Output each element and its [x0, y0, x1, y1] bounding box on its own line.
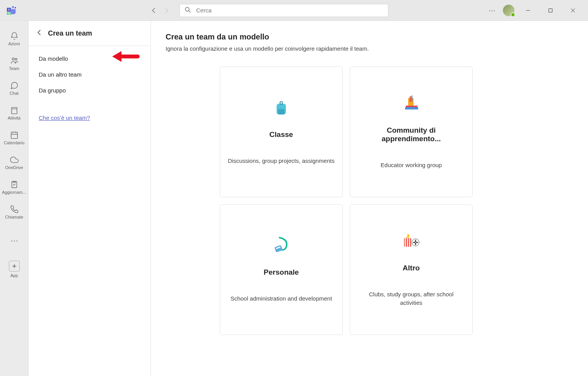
menu-item-da-gruppo[interactable]: Da gruppo	[29, 82, 150, 98]
calendar-icon	[10, 130, 19, 140]
template-card-community[interactable]: Community di apprendimento... Educator w…	[350, 67, 473, 197]
template-title: Community di apprendimento...	[358, 126, 465, 143]
rail-label: Chat	[10, 91, 19, 96]
svg-text:T: T	[8, 8, 10, 11]
chat-icon	[10, 81, 19, 90]
svg-rect-29	[411, 96, 412, 102]
template-card-classe[interactable]: Classe Discussions, group projects, assi…	[220, 67, 343, 197]
svg-rect-35	[409, 238, 410, 246]
search-icon	[185, 7, 191, 14]
svg-rect-34	[407, 238, 408, 246]
main-container: Azioni Team Chat Attività Calendario	[0, 21, 588, 376]
svg-rect-30	[274, 245, 283, 252]
rail-label: Azioni	[9, 41, 20, 46]
svg-rect-9	[549, 9, 552, 12]
template-description: Educator working group	[381, 161, 442, 170]
content-title: Crea un team da un modello	[166, 32, 573, 41]
nav-forward-button[interactable]	[160, 4, 173, 17]
create-team-panel: Crea un team Da modello Da un altro team…	[29, 21, 151, 376]
template-description: School administration and development	[231, 294, 332, 303]
rail-label: Team	[9, 66, 19, 71]
menu-item-da-modello[interactable]: Da modello	[29, 51, 150, 67]
user-avatar[interactable]	[503, 5, 514, 16]
rail-item-chiamate[interactable]: Chiamate	[0, 201, 29, 223]
team-icon	[10, 56, 19, 65]
svg-point-3	[15, 7, 16, 9]
minimize-button[interactable]	[519, 4, 537, 17]
template-title: Altro	[403, 264, 420, 272]
svg-rect-22	[278, 109, 284, 115]
template-title: Classe	[269, 130, 293, 139]
content-subtitle: Ignora la configurazione e usa un modell…	[166, 45, 573, 52]
template-description: Clubs, study groups, after school activi…	[358, 290, 465, 308]
svg-point-13	[15, 58, 17, 60]
app-rail: Azioni Team Chat Attività Calendario	[0, 21, 29, 376]
maximize-button[interactable]	[542, 4, 559, 17]
panel-header: Crea un team	[29, 21, 150, 46]
ellipsis-icon: ⋯	[10, 236, 19, 245]
bell-icon	[10, 31, 19, 41]
help-link-what-is-team[interactable]: Che cos'è un team?	[29, 110, 150, 126]
clipboard-icon	[10, 180, 19, 189]
rail-label: App	[10, 273, 18, 278]
panel-menu: Da modello Da un altro team Da gruppo Ch…	[29, 46, 150, 130]
svg-rect-24	[280, 102, 282, 104]
rail-label: Aggiornam...	[2, 190, 26, 195]
template-card-altro[interactable]: Altro Clubs, study groups, after school …	[350, 204, 473, 335]
activities-icon	[401, 232, 421, 250]
rail-item-app[interactable]: App	[0, 258, 29, 280]
assignments-icon	[10, 106, 19, 115]
presence-available-icon	[511, 12, 515, 17]
nav-back-button[interactable]	[148, 4, 160, 17]
rail-item-aggiornamenti[interactable]: Aggiornam...	[0, 176, 29, 198]
titlebar: T NEW ⋯	[0, 0, 588, 21]
rail-label: Chiamate	[5, 215, 23, 219]
rail-item-team[interactable]: Team	[0, 53, 29, 74]
svg-rect-14	[11, 132, 17, 139]
svg-point-12	[12, 58, 14, 60]
close-button[interactable]	[564, 4, 582, 17]
cloud-icon	[10, 155, 19, 164]
rail-item-calendario[interactable]: Calendario	[0, 127, 29, 149]
svg-text:NEW: NEW	[8, 13, 11, 14]
rail-item-attivita[interactable]: Attività	[0, 102, 29, 124]
add-app-icon	[9, 261, 20, 272]
svg-point-6	[185, 7, 189, 11]
svg-point-37	[405, 234, 407, 236]
svg-rect-33	[405, 238, 406, 246]
stationery-icon	[401, 94, 421, 112]
svg-rect-28	[410, 96, 411, 102]
panel-back-button[interactable]	[36, 29, 43, 37]
search-input[interactable]	[196, 7, 383, 14]
svg-line-7	[189, 11, 190, 12]
rail-item-azioni[interactable]: Azioni	[0, 28, 29, 50]
content-area: Crea un team da un modello Ignora la con…	[151, 21, 588, 376]
search-box[interactable]	[179, 4, 388, 17]
backpack-icon	[271, 99, 291, 116]
template-card-personale[interactable]: Personale School administration and deve…	[220, 204, 343, 335]
rail-label: Attività	[8, 116, 21, 120]
menu-item-da-altro-team[interactable]: Da un altro team	[29, 67, 150, 82]
svg-point-2	[12, 6, 14, 8]
rail-label: OneDrive	[5, 165, 23, 170]
svg-rect-25	[405, 107, 418, 109]
lanyard-icon	[271, 236, 291, 254]
call-icon	[10, 205, 19, 214]
template-title: Personale	[264, 268, 299, 277]
rail-more-button[interactable]: ⋯	[0, 230, 29, 251]
rail-item-onedrive[interactable]: OneDrive	[0, 152, 29, 173]
rail-item-chat[interactable]: Chat	[0, 77, 29, 99]
teams-logo-icon: T NEW	[6, 5, 17, 16]
rail-label: Calendario	[4, 140, 24, 145]
template-grid: Classe Discussions, group projects, assi…	[220, 67, 573, 335]
template-description: Discussions, group projects, assignments	[228, 157, 335, 166]
svg-rect-26	[406, 106, 417, 107]
panel-title: Crea un team	[48, 29, 92, 38]
settings-ellipsis-button[interactable]: ⋯	[486, 4, 498, 17]
